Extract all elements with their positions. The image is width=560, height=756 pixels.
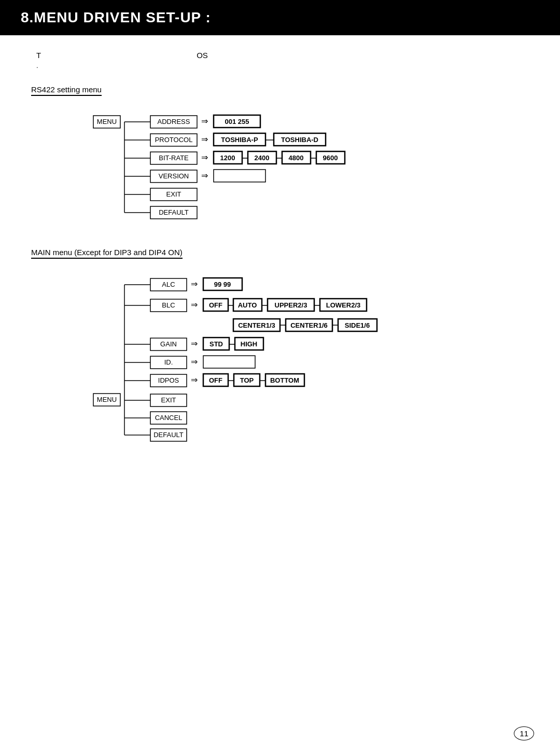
page-number: 11 (514, 726, 534, 740)
main-title: MAIN menu (Except for DIP3 and DIP4 ON) (31, 248, 183, 259)
svg-rect-37 (214, 170, 265, 182)
svg-text:DEFAULT: DEFAULT (159, 208, 189, 216)
note-right: OS (197, 51, 208, 60)
svg-text:TOSHIBA-P: TOSHIBA-P (221, 136, 258, 144)
rs422-title: RS422 setting menu (31, 85, 102, 96)
svg-text:PROTOCOL: PROTOCOL (155, 136, 193, 144)
svg-text:⇒: ⇒ (201, 135, 208, 144)
svg-text:SIDE1/6: SIDE1/6 (345, 321, 370, 329)
svg-text:001  255: 001 255 (225, 118, 249, 125)
svg-text:LOWER2/3: LOWER2/3 (326, 301, 360, 309)
svg-text:VERSION: VERSION (159, 172, 189, 180)
rs422-svg: MENU ADDRESS ⇒ 001 255 PROTOCOL ⇒ TOSHIB… (83, 111, 446, 231)
main-section: MAIN menu (Except for DIP3 and DIP4 ON) … (31, 248, 529, 452)
svg-text:TOSHIBA-D: TOSHIBA-D (281, 136, 318, 144)
svg-text:MENU: MENU (97, 118, 117, 125)
svg-text:ALC: ALC (162, 281, 175, 288)
svg-text:BLC: BLC (162, 301, 175, 309)
svg-text:ADDRESS: ADDRESS (158, 118, 190, 125)
svg-text:CANCEL: CANCEL (155, 414, 183, 422)
svg-text:CENTER1/3: CENTER1/3 (238, 321, 275, 329)
svg-text:TOP: TOP (240, 376, 254, 384)
svg-text:BIT-RATE: BIT-RATE (159, 154, 189, 162)
svg-text:⇒: ⇒ (201, 117, 208, 125)
svg-text:IDPOS: IDPOS (158, 376, 179, 384)
svg-text:DEFAULT: DEFAULT (153, 431, 184, 439)
svg-text:BOTTOM: BOTTOM (270, 376, 299, 384)
svg-text:OFF: OFF (209, 376, 222, 384)
svg-text:⇒: ⇒ (191, 300, 198, 309)
rs422-diagram: MENU ADDRESS ⇒ 001 255 PROTOCOL ⇒ TOSHIB… (83, 111, 529, 232)
svg-text:⇒: ⇒ (201, 153, 208, 162)
svg-text:STD: STD (209, 340, 223, 348)
svg-text:99  99: 99 99 (214, 281, 231, 288)
svg-text:9600: 9600 (323, 154, 338, 162)
svg-text:⇒: ⇒ (191, 357, 198, 366)
svg-text:1200: 1200 (220, 154, 235, 162)
svg-text:ID.: ID. (164, 358, 173, 366)
svg-text:⇒: ⇒ (201, 171, 208, 180)
svg-text:UPPER2/3: UPPER2/3 (275, 301, 307, 309)
header-note-sub: . (31, 62, 529, 69)
svg-text:2400: 2400 (255, 154, 270, 162)
svg-text:CENTER1/6: CENTER1/6 (290, 321, 328, 329)
note-left: T (36, 51, 41, 60)
svg-text:EXIT: EXIT (161, 396, 176, 404)
main-svg: MENU ALC ⇒ 99 99 BLC ⇒ OFF AUTO (83, 274, 487, 451)
page-content: T OS . RS422 setting menu MENU ADDRESS ⇒ (0, 51, 560, 452)
header-note: T OS (31, 51, 529, 60)
svg-text:HIGH: HIGH (241, 340, 258, 348)
svg-text:GAIN: GAIN (160, 340, 177, 348)
svg-text:⇒: ⇒ (191, 339, 198, 348)
page-header: 8.MENU DRIVEN SET-UP : (0, 0, 560, 35)
page-title: 8.MENU DRIVEN SET-UP : (21, 9, 211, 25)
svg-text:⇒: ⇒ (191, 279, 198, 288)
svg-text:4800: 4800 (289, 154, 304, 162)
main-diagram: MENU ALC ⇒ 99 99 BLC ⇒ OFF AUTO (83, 274, 529, 452)
svg-text:⇒: ⇒ (191, 375, 198, 384)
svg-text:OFF: OFF (209, 301, 222, 309)
svg-text:AUTO: AUTO (238, 301, 257, 309)
svg-text:MENU: MENU (97, 396, 117, 403)
rs422-section: RS422 setting menu MENU ADDRESS ⇒ 001 25… (31, 85, 529, 232)
svg-rect-89 (203, 356, 255, 368)
svg-text:EXIT: EXIT (166, 190, 181, 198)
